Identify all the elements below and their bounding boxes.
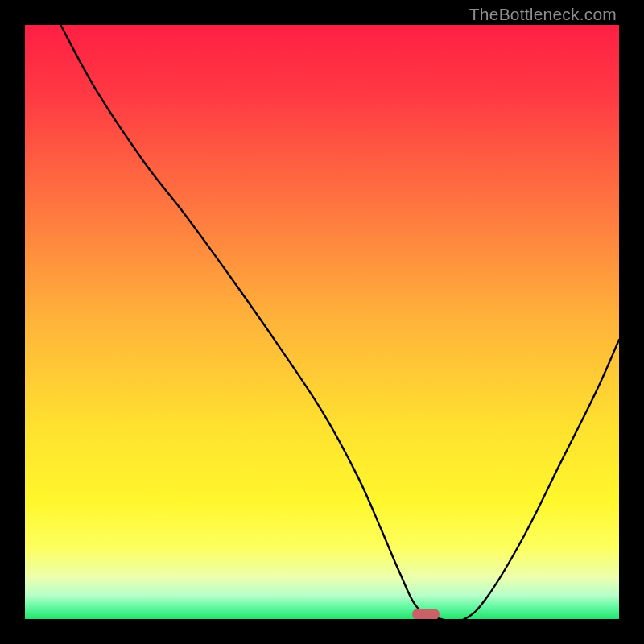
background-gradient	[25, 25, 619, 619]
chart-frame: TheBottleneck.com	[0, 0, 644, 644]
watermark-text: TheBottleneck.com	[469, 5, 617, 24]
optimal-marker	[412, 609, 440, 619]
svg-rect-0	[25, 25, 619, 619]
plot-area	[25, 25, 619, 619]
